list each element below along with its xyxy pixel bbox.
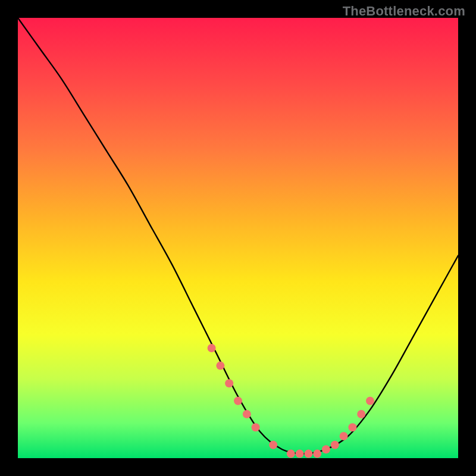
marker-dot [348, 423, 356, 431]
marker-dot [366, 397, 374, 405]
marker-dot [269, 441, 277, 449]
chart-container: TheBottleneck.com [0, 0, 476, 476]
bottleneck-curve [18, 18, 458, 454]
marker-dot [357, 410, 365, 418]
marker-dot [322, 445, 330, 453]
marker-dot [340, 432, 348, 440]
marker-dot [313, 450, 321, 458]
marker-dot [287, 450, 295, 458]
watermark-text: TheBottleneck.com [343, 4, 465, 19]
marker-dot [225, 379, 233, 387]
marker-dot [216, 362, 224, 370]
chart-overlay [18, 18, 458, 458]
marker-dot [296, 450, 304, 458]
marker-dot [208, 344, 216, 352]
marker-dot [331, 441, 339, 449]
marker-dot [243, 410, 251, 418]
marker-dot [304, 450, 312, 458]
marker-dot [252, 423, 260, 431]
marker-dot [234, 397, 242, 405]
marker-dots [208, 344, 374, 458]
